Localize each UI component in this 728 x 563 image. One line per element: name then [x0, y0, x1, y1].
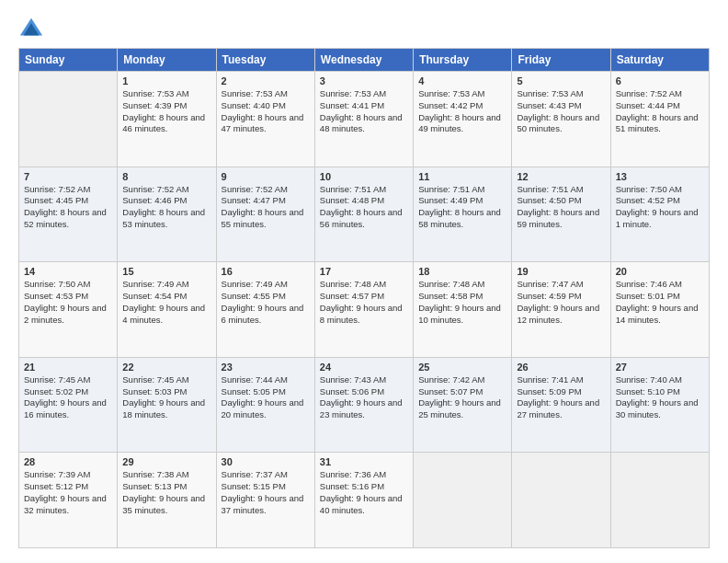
calendar-cell: [610, 453, 709, 548]
calendar-cell: 6Sunrise: 7:52 AMSunset: 4:44 PMDaylight…: [610, 72, 709, 167]
cell-details: Sunrise: 7:41 AMSunset: 5:09 PMDaylight:…: [517, 374, 605, 421]
day-number: 3: [320, 75, 408, 86]
calendar-cell: 22Sunrise: 7:45 AMSunset: 5:03 PMDayligh…: [118, 357, 216, 453]
cell-details: Sunrise: 7:51 AMSunset: 4:49 PMDaylight:…: [418, 184, 506, 231]
calendar-cell: 31Sunrise: 7:36 AMSunset: 5:16 PMDayligh…: [314, 453, 413, 548]
calendar-table: SundayMondayTuesdayWednesdayThursdayFrid…: [18, 48, 710, 548]
calendar-cell: 21Sunrise: 7:45 AMSunset: 5:02 PMDayligh…: [19, 357, 118, 453]
calendar-cell: 30Sunrise: 7:37 AMSunset: 5:15 PMDayligh…: [216, 453, 314, 548]
calendar-cell: 13Sunrise: 7:50 AMSunset: 4:52 PMDayligh…: [610, 167, 709, 262]
cell-details: Sunrise: 7:53 AMSunset: 4:43 PMDaylight:…: [517, 88, 605, 135]
calendar-cell: 10Sunrise: 7:51 AMSunset: 4:48 PMDayligh…: [314, 167, 413, 262]
week-row-3: 14Sunrise: 7:50 AMSunset: 4:53 PMDayligh…: [19, 262, 710, 358]
cell-details: Sunrise: 7:50 AMSunset: 4:52 PMDaylight:…: [616, 184, 704, 231]
day-number: 31: [320, 456, 408, 467]
day-header-monday: Monday: [118, 49, 216, 72]
cell-details: Sunrise: 7:53 AMSunset: 4:40 PMDaylight:…: [222, 88, 310, 135]
cell-details: Sunrise: 7:40 AMSunset: 5:10 PMDaylight:…: [616, 374, 704, 421]
day-number: 20: [616, 266, 704, 277]
calendar-cell: 28Sunrise: 7:39 AMSunset: 5:12 PMDayligh…: [19, 453, 118, 548]
week-row-2: 7Sunrise: 7:52 AMSunset: 4:45 PMDaylight…: [19, 167, 710, 262]
week-row-4: 21Sunrise: 7:45 AMSunset: 5:02 PMDayligh…: [19, 357, 710, 453]
day-number: 5: [517, 75, 605, 86]
day-number: 2: [222, 75, 310, 86]
cell-details: Sunrise: 7:39 AMSunset: 5:12 PMDaylight:…: [24, 469, 112, 516]
calendar-cell: 5Sunrise: 7:53 AMSunset: 4:43 PMDaylight…: [512, 72, 610, 167]
day-number: 26: [517, 362, 605, 373]
day-number: 13: [616, 171, 704, 182]
calendar-cell: 12Sunrise: 7:51 AMSunset: 4:50 PMDayligh…: [512, 167, 610, 262]
day-number: 11: [418, 171, 506, 182]
calendar-cell: [19, 72, 118, 167]
calendar-cell: 20Sunrise: 7:46 AMSunset: 5:01 PMDayligh…: [610, 262, 709, 358]
calendar-cell: 25Sunrise: 7:42 AMSunset: 5:07 PMDayligh…: [414, 357, 512, 453]
day-header-sunday: Sunday: [19, 49, 118, 72]
day-number: 14: [24, 266, 112, 277]
day-header-tuesday: Tuesday: [216, 49, 314, 72]
day-number: 23: [222, 362, 310, 373]
cell-details: Sunrise: 7:50 AMSunset: 4:53 PMDaylight:…: [24, 279, 112, 326]
day-header-wednesday: Wednesday: [314, 49, 413, 72]
calendar-cell: [512, 453, 610, 548]
cell-details: Sunrise: 7:49 AMSunset: 4:54 PMDaylight:…: [122, 279, 210, 326]
week-row-1: 1Sunrise: 7:53 AMSunset: 4:39 PMDaylight…: [19, 72, 710, 167]
day-header-thursday: Thursday: [414, 49, 512, 72]
calendar-cell: 11Sunrise: 7:51 AMSunset: 4:49 PMDayligh…: [414, 167, 512, 262]
cell-details: Sunrise: 7:51 AMSunset: 4:48 PMDaylight:…: [320, 184, 408, 231]
header: [18, 15, 710, 40]
calendar-cell: 3Sunrise: 7:53 AMSunset: 4:41 PMDaylight…: [314, 72, 413, 167]
cell-details: Sunrise: 7:36 AMSunset: 5:16 PMDaylight:…: [320, 469, 408, 516]
calendar-cell: 16Sunrise: 7:49 AMSunset: 4:55 PMDayligh…: [216, 262, 314, 358]
calendar-cell: 29Sunrise: 7:38 AMSunset: 5:13 PMDayligh…: [118, 453, 216, 548]
day-number: 4: [418, 75, 506, 86]
calendar-cell: 4Sunrise: 7:53 AMSunset: 4:42 PMDaylight…: [414, 72, 512, 167]
day-number: 25: [418, 362, 506, 373]
day-number: 7: [24, 171, 112, 182]
cell-details: Sunrise: 7:42 AMSunset: 5:07 PMDaylight:…: [418, 374, 506, 421]
calendar-cell: 19Sunrise: 7:47 AMSunset: 4:59 PMDayligh…: [512, 262, 610, 358]
cell-details: Sunrise: 7:44 AMSunset: 5:05 PMDaylight:…: [222, 374, 310, 421]
calendar-cell: 18Sunrise: 7:48 AMSunset: 4:58 PMDayligh…: [414, 262, 512, 358]
cell-details: Sunrise: 7:53 AMSunset: 4:42 PMDaylight:…: [418, 88, 506, 135]
calendar-cell: 23Sunrise: 7:44 AMSunset: 5:05 PMDayligh…: [216, 357, 314, 453]
day-number: 6: [616, 75, 704, 86]
day-number: 18: [418, 266, 506, 277]
day-header-saturday: Saturday: [610, 49, 709, 72]
day-number: 8: [122, 171, 210, 182]
cell-details: Sunrise: 7:52 AMSunset: 4:46 PMDaylight:…: [122, 184, 210, 231]
day-number: 21: [24, 362, 112, 373]
day-number: 10: [320, 171, 408, 182]
day-number: 12: [517, 171, 605, 182]
cell-details: Sunrise: 7:46 AMSunset: 5:01 PMDaylight:…: [616, 279, 704, 326]
calendar-cell: 27Sunrise: 7:40 AMSunset: 5:10 PMDayligh…: [610, 357, 709, 453]
day-number: 29: [122, 456, 210, 467]
cell-details: Sunrise: 7:52 AMSunset: 4:45 PMDaylight:…: [24, 184, 112, 231]
day-number: 16: [222, 266, 310, 277]
day-number: 17: [320, 266, 408, 277]
logo: [18, 15, 48, 40]
cell-details: Sunrise: 7:48 AMSunset: 4:57 PMDaylight:…: [320, 279, 408, 326]
cell-details: Sunrise: 7:53 AMSunset: 4:39 PMDaylight:…: [122, 88, 210, 135]
calendar-cell: 14Sunrise: 7:50 AMSunset: 4:53 PMDayligh…: [19, 262, 118, 358]
page: SundayMondayTuesdayWednesdayThursdayFrid…: [0, 0, 728, 563]
calendar-cell: 7Sunrise: 7:52 AMSunset: 4:45 PMDaylight…: [19, 167, 118, 262]
header-row: SundayMondayTuesdayWednesdayThursdayFrid…: [19, 49, 710, 72]
calendar-cell: 1Sunrise: 7:53 AMSunset: 4:39 PMDaylight…: [118, 72, 216, 167]
calendar-cell: 8Sunrise: 7:52 AMSunset: 4:46 PMDaylight…: [118, 167, 216, 262]
cell-details: Sunrise: 7:38 AMSunset: 5:13 PMDaylight:…: [122, 469, 210, 516]
day-header-friday: Friday: [512, 49, 610, 72]
calendar-cell: 15Sunrise: 7:49 AMSunset: 4:54 PMDayligh…: [118, 262, 216, 358]
cell-details: Sunrise: 7:49 AMSunset: 4:55 PMDaylight:…: [222, 279, 310, 326]
cell-details: Sunrise: 7:51 AMSunset: 4:50 PMDaylight:…: [517, 184, 605, 231]
day-number: 22: [122, 362, 210, 373]
day-number: 1: [122, 75, 210, 86]
calendar-cell: 24Sunrise: 7:43 AMSunset: 5:06 PMDayligh…: [314, 357, 413, 453]
day-number: 9: [222, 171, 310, 182]
cell-details: Sunrise: 7:53 AMSunset: 4:41 PMDaylight:…: [320, 88, 408, 135]
calendar-cell: 17Sunrise: 7:48 AMSunset: 4:57 PMDayligh…: [314, 262, 413, 358]
cell-details: Sunrise: 7:52 AMSunset: 4:47 PMDaylight:…: [222, 184, 310, 231]
day-number: 19: [517, 266, 605, 277]
calendar-cell: 9Sunrise: 7:52 AMSunset: 4:47 PMDaylight…: [216, 167, 314, 262]
cell-details: Sunrise: 7:45 AMSunset: 5:03 PMDaylight:…: [122, 374, 210, 421]
cell-details: Sunrise: 7:47 AMSunset: 4:59 PMDaylight:…: [517, 279, 605, 326]
